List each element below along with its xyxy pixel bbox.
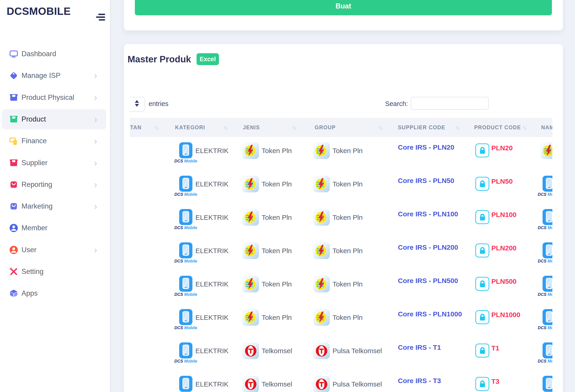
bag-icon (9, 201, 19, 211)
tag-icon (9, 70, 19, 81)
page-title: Master Produk (127, 54, 191, 64)
sidebar-item-label: Reporting (22, 181, 52, 189)
table-row[interactable]: DCS Mobile ELEKTRIK Token Pln Token Pln … (130, 304, 552, 338)
table-row[interactable]: DCS Mobile ELEKTRIK Token Pln Token Pln … (130, 237, 552, 271)
product-code-cell: PLN100 (491, 211, 517, 219)
sidebar-item-supplier[interactable]: Supplier › (2, 153, 106, 173)
pln-icon (242, 309, 259, 326)
kategori-cell: ELEKTRIK (195, 214, 229, 221)
dcs-mobile-icon: DCS Mobile (177, 209, 194, 230)
chevron-right-icon: › (94, 73, 97, 78)
dcs-mobile-icon: DCS Mobile (177, 142, 194, 163)
chevron-right-icon: › (94, 182, 97, 187)
table-row[interactable]: DCS Mobile ELEKTRIK Token Pln Token Pln … (130, 271, 552, 304)
jenis-cell: Telkomsel (262, 380, 292, 388)
pln-icon (313, 142, 330, 159)
column-header-product-code[interactable]: PRODUCT CODE (474, 118, 521, 137)
jenis-cell: Token Pln (262, 214, 292, 221)
lock-icon (475, 344, 489, 358)
pln-icon (313, 176, 330, 192)
lock-icon (475, 177, 489, 191)
dcs-mobile-icon: DCS Mobile (177, 276, 194, 297)
buat-button[interactable]: Buat (135, 0, 552, 15)
sort-icon[interactable]: ↑↓ (378, 118, 382, 137)
telkomsel-icon (313, 376, 330, 392)
sort-icon[interactable]: ↑↓ (522, 118, 526, 137)
column-header-urutan[interactable]: URUTAN (130, 118, 142, 137)
dcs-mobile-icon: DCS Mobile (541, 209, 552, 230)
sidebar-item-product[interactable]: Product › (2, 109, 106, 129)
sidebar-item-marketing[interactable]: Marketing › (2, 196, 106, 216)
table-header-row: URUTAN↑↓KATEGORI↑↓JENIS↑↓GROUP↑↓SUPPLIER… (130, 118, 552, 137)
column-header-supplier-code[interactable]: SUPPLIER CODE (398, 118, 445, 137)
sort-icon[interactable]: ↑↓ (292, 118, 296, 137)
sidebar-item-dashboard[interactable]: Dashboard (2, 44, 106, 64)
search-label: Search: (377, 100, 408, 108)
supplier-code-cell: Core IRS - T3 (398, 377, 441, 385)
column-header-nama[interactable]: NAMA (541, 118, 552, 137)
lock-icon (475, 210, 489, 224)
search-input[interactable] (411, 97, 489, 110)
supplier-code-cell: Core IRS - PLN500 (398, 277, 458, 285)
lock-icon (475, 310, 489, 324)
pln-icon (541, 142, 552, 159)
sidebar-item-member[interactable]: Member (2, 218, 106, 238)
chevron-right-icon: › (94, 161, 97, 165)
kategori-cell: ELEKTRIK (195, 247, 229, 255)
sidebar-item-label: Product Physical (22, 93, 74, 102)
table-row[interactable]: DCS Mobile ELEKTRIK Token Pln Token Pln … (130, 204, 552, 238)
sort-icon[interactable]: ↑↓ (154, 118, 158, 137)
jenis-cell: Token Pln (262, 280, 292, 288)
sidebar-item-label: Supplier (22, 159, 48, 167)
sidebar-item-setting[interactable]: Setting (2, 262, 106, 282)
lock-icon (475, 244, 489, 257)
supplier-code-cell: Core IRS - PLN50 (398, 177, 454, 184)
pln-icon (242, 209, 259, 226)
sidebar-item-label: Manage ISP (22, 71, 61, 80)
sort-icon[interactable]: ↑↓ (223, 118, 227, 137)
box-icon (9, 92, 19, 103)
sidebar-item-manage-isp[interactable]: Manage ISP › (2, 66, 106, 86)
product-code-cell: T3 (491, 378, 499, 385)
dcs-mobile-icon: DCS Mobile (541, 309, 552, 330)
column-header-jenis[interactable]: JENIS (243, 118, 260, 137)
dcs-mobile-icon: DCS Mobile (177, 343, 194, 364)
jenis-cell: Token Pln (262, 147, 292, 155)
product-code-cell: PLN500 (491, 277, 517, 285)
sidebar-item-reporting[interactable]: Reporting › (2, 175, 106, 195)
kategori-cell: ELEKTRIK (195, 280, 229, 288)
sidebar-item-user[interactable]: User › (2, 240, 106, 260)
menu-toggle-icon[interactable] (96, 14, 105, 21)
sidebar-item-apps[interactable]: Apps (2, 283, 106, 303)
kategori-cell: ELEKTRIK (195, 147, 229, 155)
pln-icon (313, 276, 330, 292)
entries-length-select[interactable] (130, 97, 145, 112)
excel-button[interactable]: Excel (196, 53, 219, 65)
sidebar-item-product-physical[interactable]: Product Physical › (2, 88, 106, 108)
table-row[interactable]: DCS Mobile ELEKTRIK Token Pln Token Pln … (130, 137, 552, 171)
group-cell: Token Pln (333, 280, 363, 288)
lock-icon (475, 143, 489, 157)
table-row[interactable]: DCS Mobile ELEKTRIK Telkomsel Pulsa Telk… (130, 337, 552, 371)
tools-icon (9, 267, 19, 277)
table-row[interactable]: DCS Mobile ELEKTRIK Telkomsel Pulsa Telk… (130, 370, 552, 392)
sort-icon[interactable]: ↑↓ (455, 118, 459, 137)
sidebar-item-finance[interactable]: Finance › (2, 131, 106, 151)
product-code-cell: PLN20 (491, 144, 513, 152)
lock-icon (475, 277, 489, 291)
bag-icon (9, 180, 19, 190)
user-circle-icon (9, 245, 19, 255)
column-header-group[interactable]: GROUP (315, 118, 336, 137)
group-cell: Token Pln (333, 180, 363, 188)
chevron-right-icon: › (94, 95, 97, 100)
telkomsel-icon (242, 343, 259, 359)
coins-icon (9, 136, 19, 146)
sidebar-item-label: Setting (22, 268, 44, 276)
sidebar-item-label: Finance (22, 137, 47, 145)
table-row[interactable]: DCS Mobile ELEKTRIK Token Pln Token Pln … (130, 170, 552, 204)
supplier-code-cell: Core IRS - PLN100 (398, 210, 458, 218)
kategori-cell: ELEKTRIK (195, 347, 229, 355)
column-header-kategori[interactable]: KATEGORI (175, 118, 205, 137)
group-cell: Token Pln (333, 147, 363, 155)
product-code-cell: PLN200 (491, 244, 517, 252)
